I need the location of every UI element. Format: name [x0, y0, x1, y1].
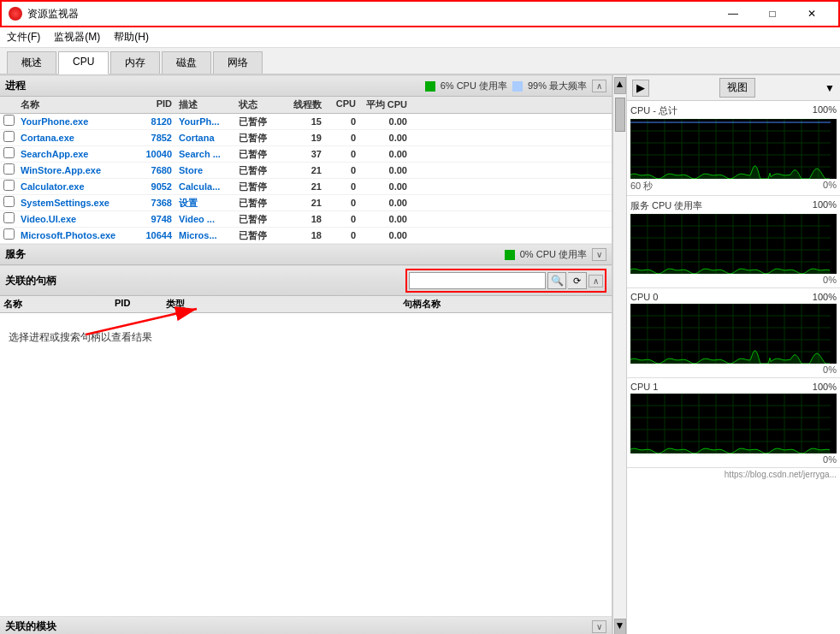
col-name-header[interactable]: 名称 — [17, 98, 128, 111]
process-pid: 7368 — [151, 198, 172, 208]
process-name[interactable]: SearchApp.exe — [21, 149, 88, 159]
handles-col-type-header[interactable]: 类型 — [163, 298, 231, 311]
process-pid: 8120 — [151, 116, 172, 127]
process-status: 已暂停 — [239, 165, 267, 175]
left-panel-scrollbar[interactable]: ▲ ▼ — [612, 75, 626, 634]
menu-help[interactable]: 帮助(H) — [114, 30, 149, 44]
process-status: 已暂停 — [239, 214, 267, 224]
graph-services-cpu: 服务 CPU 使用率 100% 0% — [627, 196, 840, 288]
table-row[interactable]: Calculator.exe 9052 Calcula... 已暂停 21 0 … — [0, 179, 612, 195]
view-button[interactable]: 视图 — [719, 78, 755, 98]
process-pid: 9748 — [151, 214, 172, 224]
view-dropdown-arrow[interactable]: ▼ — [825, 82, 835, 94]
right-panel-forward-btn[interactable]: ▶ — [632, 80, 649, 97]
graph-cpu0: CPU 0 100% 0% — [627, 288, 840, 378]
modules-section-header[interactable]: 关联的模块 ∨ — [0, 616, 612, 634]
maximize-button[interactable]: □ — [753, 3, 792, 24]
process-name[interactable]: WinStore.App.exe — [21, 165, 101, 175]
col-desc-header[interactable]: 描述 — [175, 98, 235, 111]
process-name[interactable]: Microsoft.Photos.exe — [21, 230, 115, 240]
modules-expand-btn[interactable]: ∨ — [592, 620, 606, 633]
process-section: 进程 6% CPU 使用率 99% 最大频率 ∧ 名称 PID 描述 状态 — [0, 75, 612, 244]
table-row[interactable]: SearchApp.exe 10040 Search ... 已暂停 37 0 … — [0, 146, 612, 163]
process-name[interactable]: Cortana.exe — [21, 133, 74, 143]
process-checkbox[interactable] — [3, 115, 15, 126]
process-checkbox[interactable] — [3, 212, 15, 223]
table-row[interactable]: Cortana.exe 7852 Cortana 已暂停 19 0 0.00 — [0, 130, 612, 146]
scrollbar-down-btn[interactable]: ▼ — [614, 619, 626, 634]
process-desc: 设置 — [179, 198, 198, 208]
tab-memory[interactable]: 内存 — [110, 51, 160, 74]
services-expand-btn[interactable]: ∨ — [592, 248, 606, 261]
process-checkbox[interactable] — [3, 147, 15, 158]
table-row[interactable]: SystemSettings.exe 7368 设置 已暂停 21 0 0.00 — [0, 195, 612, 211]
services-section-header[interactable]: 服务 0% CPU 使用率 ∨ — [0, 244, 612, 265]
process-checkbox[interactable] — [3, 228, 15, 240]
col-avgcpu-header[interactable]: 平均 CPU — [359, 98, 411, 111]
services-cpu-usage: 0% CPU 使用率 — [520, 248, 587, 261]
process-checkbox[interactable] — [3, 131, 15, 142]
table-row[interactable]: Video.UI.exe 9748 Video ... 已暂停 18 0 0.0… — [0, 211, 612, 228]
handles-search-button[interactable]: 🔍 — [547, 272, 566, 289]
process-avgcpu: 0.00 — [389, 230, 407, 240]
graph-cpu1-footer: 0% — [630, 453, 837, 465]
menu-monitor[interactable]: 监视器(M) — [54, 30, 100, 44]
table-row[interactable]: Microsoft.Photos.exe 10644 Micros... 已暂停… — [0, 228, 612, 244]
handles-table-header: 名称 PID 类型 句柄名称 — [0, 296, 612, 313]
modules-info: ∨ — [592, 620, 606, 633]
process-desc: Search ... — [179, 149, 221, 159]
tab-disk[interactable]: 磁盘 — [162, 51, 211, 74]
process-checkbox[interactable] — [3, 180, 15, 191]
process-checkbox[interactable] — [3, 163, 15, 175]
tab-cpu[interactable]: CPU — [58, 51, 109, 74]
process-avgcpu: 0.00 — [389, 149, 407, 159]
graph-cpu0-canvas — [630, 304, 837, 364]
process-name[interactable]: YourPhone.exe — [21, 116, 88, 127]
process-status: 已暂停 — [239, 133, 267, 143]
col-pid-header[interactable]: PID — [128, 98, 175, 111]
process-name[interactable]: Calculator.exe — [21, 181, 85, 192]
process-threads: 18 — [311, 230, 322, 240]
process-avgcpu: 0.00 — [389, 181, 407, 192]
handles-search-input[interactable] — [409, 272, 546, 289]
graph-cpu1-canvas — [630, 394, 837, 453]
process-expand-btn[interactable]: ∧ — [592, 80, 606, 92]
title-bar: 资源监视器 — □ ✕ — [0, 0, 840, 27]
modules-section: 关联的模块 ∨ — [0, 616, 612, 634]
handles-section: 关联的句柄 🔍 ⟳ ∧ 名称 PID 类型 句柄名称 选择进程或搜索句柄以查看结… — [0, 265, 612, 616]
table-row[interactable]: WinStore.App.exe 7680 Store 已暂停 21 0 0.0… — [0, 163, 612, 179]
col-threads-header[interactable]: 线程数 — [282, 98, 325, 111]
tab-network[interactable]: 网络 — [213, 51, 263, 74]
handles-expand-btn[interactable]: ∧ — [589, 275, 603, 287]
graph-cpu-total-label: CPU - 总计 100% — [630, 103, 837, 119]
menu-file[interactable]: 文件(F) — [7, 30, 40, 44]
process-pid: 10644 — [145, 230, 172, 240]
close-button[interactable]: ✕ — [792, 3, 831, 24]
process-name[interactable]: SystemSettings.exe — [21, 198, 109, 208]
handles-section-header[interactable]: 关联的句柄 🔍 ⟳ ∧ — [0, 265, 612, 296]
col-check-header — [0, 98, 17, 111]
process-pid: 7680 — [151, 165, 172, 175]
graph-services-footer: 0% — [630, 274, 837, 286]
minimize-button[interactable]: — — [713, 3, 753, 24]
scrollbar-up-btn[interactable]: ▲ — [614, 77, 626, 94]
process-checkbox[interactable] — [3, 196, 15, 207]
process-name[interactable]: Video.UI.exe — [21, 214, 76, 224]
process-threads: 37 — [311, 149, 322, 159]
process-pid: 9052 — [151, 181, 172, 192]
handles-refresh-button[interactable]: ⟳ — [568, 272, 587, 289]
cpu-green-indicator — [425, 81, 435, 92]
handles-col-handle-header[interactable]: 句柄名称 — [231, 298, 612, 311]
process-status: 已暂停 — [239, 149, 267, 159]
col-status-header[interactable]: 状态 — [235, 98, 282, 111]
tab-overview[interactable]: 概述 — [7, 51, 56, 74]
col-cpu-header[interactable]: CPU — [325, 98, 359, 111]
handles-col-name-header[interactable]: 名称 — [0, 298, 111, 311]
handles-empty-text: 选择进程或搜索句柄以查看结果 — [0, 313, 612, 362]
window-title: 资源监视器 — [27, 7, 79, 21]
process-threads: 15 — [311, 116, 322, 127]
handles-col-pid-header[interactable]: PID — [111, 298, 163, 311]
table-row[interactable]: YourPhone.exe 8120 YourPh... 已暂停 15 0 0.… — [0, 114, 612, 130]
process-section-header[interactable]: 进程 6% CPU 使用率 99% 最大频率 ∧ — [0, 75, 612, 97]
scrollbar-thumb[interactable] — [615, 98, 625, 132]
